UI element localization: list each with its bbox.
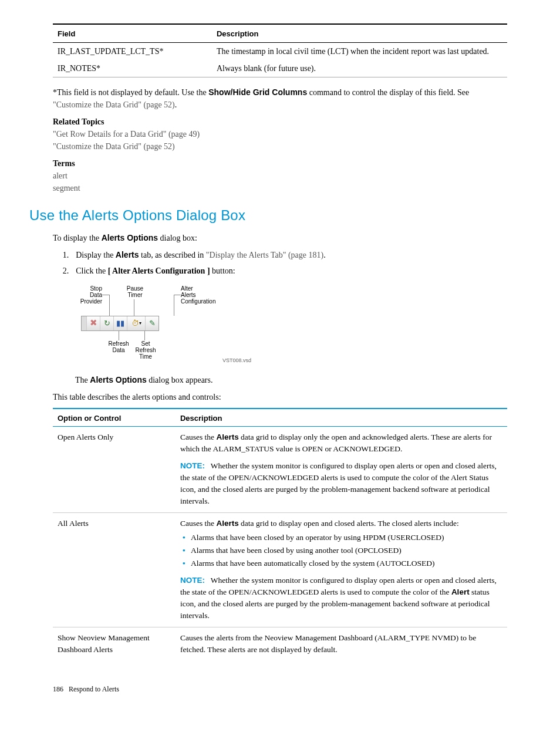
related-link-row-details[interactable]: "Get Row Details for a Data Grid" (page …	[53, 128, 507, 140]
refresh-icon: ↻	[104, 318, 110, 329]
terms-heading: Terms	[53, 157, 507, 170]
cell-desc: Always blank (for future use).	[212, 60, 507, 77]
th-option: Option or Control	[53, 409, 176, 427]
th-field: Field	[53, 24, 212, 42]
page-number: 186	[53, 685, 63, 693]
toolbar-drag-handle	[82, 316, 87, 330]
callout-set-refresh-time: Set Refresh Time	[133, 340, 158, 360]
note-label: NOTE:	[180, 576, 205, 585]
option-row-show-nvmd: Show Neoview Management Dashboard Alerts…	[53, 627, 507, 660]
footer-title: Respond to Alerts	[69, 685, 119, 693]
term-segment-link[interactable]: segment	[53, 182, 507, 194]
option-row-all-alerts: All Alerts Causes the Alerts data grid t…	[53, 512, 507, 627]
alerts-options-table: Option or Control Description Open Alert…	[53, 408, 507, 661]
stop-icon: ✖	[90, 316, 97, 330]
related-topics-section: Related Topics "Get Row Details for a Da…	[53, 116, 507, 194]
pause-icon: ▮▮	[116, 318, 124, 329]
callout-alter-alerts-config: Alter Alerts Configuration	[181, 285, 228, 305]
option-name: All Alerts	[53, 512, 176, 627]
field-description-table: Field Description IR_LAST_UPDATE_LCT_TS*…	[53, 23, 507, 77]
customize-data-grid-link[interactable]: "Customize the Data Grid" (page 52)	[53, 100, 175, 109]
table-row: IR_NOTES* Always blank (for future use).	[53, 60, 507, 77]
table-row: IR_LAST_UPDATE_LCT_TS* The timestamp in …	[53, 42, 507, 60]
th-description: Description	[212, 24, 507, 42]
note-paragraph: *This field is not displayed by default.…	[53, 86, 507, 111]
clock-icon: ⏱	[131, 318, 139, 329]
callout-refresh-data: Refresh Data	[106, 340, 131, 353]
related-topics-heading: Related Topics	[53, 116, 507, 128]
option-desc: Causes the Alerts data grid to display o…	[176, 512, 507, 627]
option-name: Open Alerts Only	[53, 427, 176, 513]
toolbar: ✖ ↻ ▮▮ ⏱▾ ✎	[81, 316, 159, 331]
list-item: Alarms that have been closed by an opera…	[191, 532, 502, 544]
pencil-icon: ✎	[149, 318, 156, 329]
cell-field: IR_NOTES*	[53, 60, 212, 77]
closed-alerts-bullets: Alarms that have been closed by an opera…	[180, 532, 502, 570]
option-name: Show Neoview Management Dashboard Alerts	[53, 627, 176, 660]
th-description: Description	[176, 409, 507, 427]
intro-paragraph: To display the Alerts Options dialog box…	[53, 232, 507, 244]
option-desc: Causes the Alerts data grid to display o…	[176, 427, 507, 513]
callout-stop-data-provider: Stop Data Provider	[73, 285, 102, 305]
display-alerts-tab-link[interactable]: "Display the Alerts Tab" (page 181)	[206, 251, 323, 259]
page-footer: 186 Respond to Alerts	[53, 684, 507, 694]
note-label: NOTE:	[180, 461, 205, 470]
callout-pause-timer: Pause Timer	[123, 285, 147, 298]
steps-list: Display the Alerts tab, as described in …	[53, 249, 507, 277]
option-row-open-alerts: Open Alerts Only Causes the Alerts data …	[53, 427, 507, 513]
step-2: Click the [ Alter Alerts Configuration ]…	[71, 265, 507, 277]
dropdown-icon: ▾	[139, 320, 141, 327]
alter-alerts-configuration-button[interactable]: ✎	[146, 316, 158, 330]
related-link-customize-grid[interactable]: "Customize the Data Grid" (page 52)	[53, 140, 507, 153]
section-heading: Use the Alerts Options Dialog Box	[29, 205, 507, 226]
cell-field: IR_LAST_UPDATE_LCT_TS*	[53, 42, 212, 60]
stop-data-provider-button[interactable]: ✖	[87, 316, 100, 330]
pause-timer-button[interactable]: ▮▮	[114, 316, 127, 330]
term-alert-link[interactable]: alert	[53, 170, 507, 182]
refresh-data-button[interactable]: ↻	[100, 316, 114, 330]
step-1: Display the Alerts tab, as described in …	[71, 249, 507, 261]
toolbar-diagram-figure: Stop Data Provider Pause Timer Alter Ale…	[75, 283, 507, 365]
option-desc: Causes the alerts from the Neoview Manag…	[176, 627, 507, 660]
set-refresh-time-button[interactable]: ⏱▾	[127, 316, 146, 330]
diagram-id-label: VST008.vsd	[222, 357, 251, 365]
dialog-appears-paragraph: The Alerts Options dialog box appears.	[75, 374, 507, 386]
list-item: Alarms that have been automatically clos…	[191, 558, 502, 569]
list-item: Alarms that have been closed by using an…	[191, 545, 502, 556]
cell-desc: The timestamp in local civil time (LCT) …	[212, 42, 507, 60]
options-table-intro: This table describes the alerts options …	[53, 391, 507, 403]
